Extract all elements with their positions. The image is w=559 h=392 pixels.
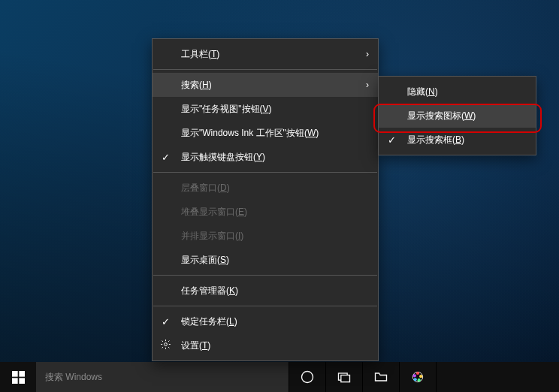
svg-point-13 — [413, 374, 416, 377]
menu-item-ink[interactable]: 显示"Windows Ink 工作区"按钮(W) — [153, 121, 378, 145]
check-icon: ✓ — [162, 316, 170, 327]
label: 显示搜索框(B) — [407, 134, 464, 146]
label: 显示"Windows Ink 工作区"按钮(W) — [181, 127, 319, 140]
color-wheel-icon — [410, 369, 425, 384]
label: 堆叠显示窗口(E) — [181, 206, 247, 219]
submenu-item-hidden[interactable]: 隐藏(N) — [379, 80, 536, 104]
label: 工具栏(T) — [181, 48, 219, 61]
label: 显示"任务视图"按钮(V) — [181, 103, 272, 116]
svg-rect-2 — [19, 371, 25, 377]
svg-point-0 — [165, 343, 168, 346]
taskbar-icons — [289, 362, 437, 392]
svg-rect-3 — [12, 378, 18, 384]
label: 搜索(H) — [181, 79, 212, 92]
label: 隐藏(N) — [407, 86, 438, 98]
taskbar-context-menu: 工具栏(T) › 搜索(H) › 显示"任务视图"按钮(V) 显示"Window… — [152, 38, 379, 361]
start-button[interactable] — [0, 362, 36, 392]
menu-item-taskview[interactable]: 显示"任务视图"按钮(V) — [153, 97, 378, 121]
label: 显示搜索图标(W) — [407, 110, 476, 122]
svg-point-11 — [418, 378, 421, 381]
menu-item-sidebyside: 并排显示窗口(I) — [153, 224, 378, 248]
svg-rect-7 — [341, 375, 350, 382]
search-submenu: 隐藏(N) 显示搜索图标(W) ✓ 显示搜索框(B) — [378, 76, 536, 155]
windows-logo-icon — [12, 371, 25, 384]
taskbar: 搜索 Windows — [0, 362, 559, 392]
separator — [153, 172, 377, 173]
submenu-item-show-search-box[interactable]: ✓ 显示搜索框(B) — [379, 128, 536, 152]
menu-item-show-desktop[interactable]: 显示桌面(S) — [153, 248, 378, 272]
svg-point-12 — [414, 378, 417, 381]
svg-point-5 — [302, 372, 313, 383]
taskbar-file-explorer-button[interactable] — [363, 362, 399, 392]
label: 设置(T) — [181, 339, 210, 352]
check-icon: ✓ — [388, 134, 396, 146]
menu-item-stacked: 堆叠显示窗口(E) — [153, 200, 378, 224]
menu-item-task-manager[interactable]: 任务管理器(K) — [153, 279, 378, 303]
chevron-right-icon: › — [366, 49, 369, 59]
taskbar-app-button[interactable] — [400, 362, 436, 392]
menu-item-toolbars[interactable]: 工具栏(T) › — [153, 42, 378, 66]
label: 显示触摸键盘按钮(Y) — [181, 151, 265, 164]
menu-item-touch-keyboard[interactable]: ✓ 显示触摸键盘按钮(Y) — [153, 145, 378, 169]
menu-item-settings[interactable]: 设置(T) — [153, 333, 378, 357]
submenu-item-show-search-icon[interactable]: 显示搜索图标(W) — [379, 104, 536, 128]
label: 锁定任务栏(L) — [181, 315, 237, 328]
taskbar-search-box[interactable]: 搜索 Windows — [36, 362, 289, 392]
label: 显示桌面(S) — [181, 254, 229, 267]
svg-rect-4 — [19, 378, 25, 384]
separator — [153, 306, 377, 306]
search-placeholder: 搜索 Windows — [45, 371, 102, 384]
menu-item-lock-taskbar[interactable]: ✓ 锁定任务栏(L) — [153, 309, 378, 333]
gear-icon — [160, 339, 171, 352]
menu-item-cascade: 层叠窗口(D) — [153, 176, 378, 200]
divider — [436, 362, 437, 392]
label: 并排显示窗口(I) — [181, 230, 243, 243]
label: 层叠窗口(D) — [181, 182, 230, 194]
folder-icon — [373, 369, 388, 384]
label: 任务管理器(K) — [181, 285, 238, 297]
menu-item-search[interactable]: 搜索(H) › — [153, 73, 378, 97]
svg-rect-1 — [12, 371, 18, 377]
taskbar-taskview-button[interactable] — [326, 362, 362, 392]
svg-point-10 — [419, 375, 422, 378]
cortana-icon — [300, 369, 315, 384]
chevron-right-icon: › — [366, 80, 369, 90]
taskbar-cortana-button[interactable] — [289, 362, 325, 392]
check-icon: ✓ — [162, 152, 170, 163]
taskview-icon — [337, 369, 352, 384]
separator — [153, 275, 377, 276]
separator — [153, 69, 377, 70]
svg-point-9 — [416, 372, 419, 375]
